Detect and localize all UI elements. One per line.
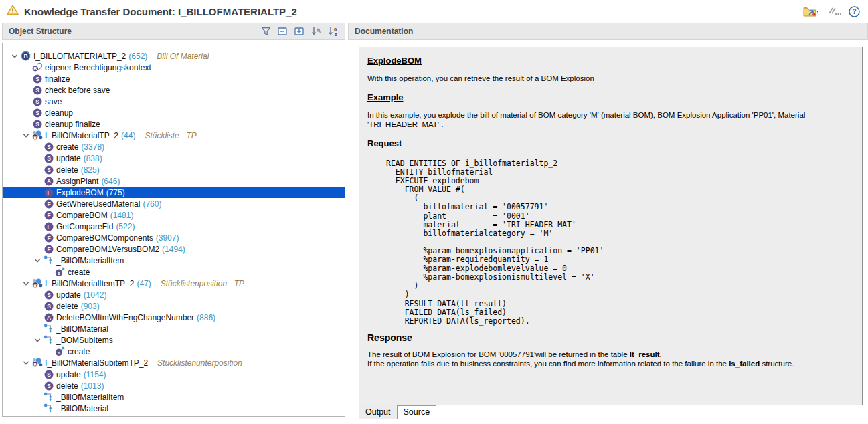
tree-item[interactable]: FGetCompareFld(522)	[3, 221, 345, 232]
tree-item-label: DeleteBOMItmWthEngChangeNumber	[56, 313, 194, 322]
tree-item[interactable]: Screate(3378)	[3, 141, 345, 152]
tree-item[interactable]: _BOMSubItems	[3, 334, 345, 346]
title-bar: Knowledge Transfer Document: I_BILLOFMAT…	[0, 0, 868, 23]
tree-item-count: (1481)	[110, 211, 134, 220]
node-icon: B	[31, 278, 43, 288]
tree-item[interactable]: Supdate(838)	[3, 152, 345, 164]
svg-text:S: S	[35, 87, 39, 94]
svg-text:S: S	[47, 144, 51, 150]
chevron-down-icon[interactable]	[32, 337, 43, 344]
tree-item-label: I_BillOfMaterialItemTP_2	[45, 279, 134, 288]
svg-text:S: S	[35, 110, 39, 116]
tree-item[interactable]: _BillOfMaterialItem	[3, 391, 345, 403]
tree-item[interactable]: BI_BillOfMaterialItemTP_2(47)Stücklisten…	[3, 278, 345, 289]
tree-item[interactable]: Scleanup	[3, 107, 345, 118]
response-line2-text: If the operation fails due to business c…	[367, 360, 729, 368]
tree-item[interactable]: FExplodeBOM(775)	[3, 187, 345, 198]
f-icon: F	[43, 245, 54, 254]
svg-text:B: B	[23, 53, 27, 60]
tree-item-label: _BillOfMaterialItem	[56, 393, 124, 402]
documentation-title: Documentation	[355, 27, 413, 36]
object-structure-tree: BI_BILLOFMATERIALTP_2(652)Bill Of Materi…	[2, 43, 345, 417]
tree-item[interactable]: Ssave	[3, 96, 345, 107]
tree-item[interactable]: AAssignPlant(646)	[3, 175, 345, 187]
help-icon[interactable]: ?	[849, 6, 860, 17]
tree-item[interactable]: BI_BillOfMaterialTP_2(44)Stückliste - TP	[3, 130, 345, 141]
response-text: The result of BOM Explosion for BOM '000…	[367, 350, 853, 368]
tree-item-count: (886)	[197, 313, 215, 322]
tree-item[interactable]: _BillOfMaterial	[3, 323, 345, 334]
tree-item[interactable]: FGetWhereUsedMaterial(760)	[3, 198, 345, 209]
tab-output[interactable]: Output	[359, 405, 398, 419]
f-icon: F	[43, 211, 54, 220]
tree-item[interactable]: FCompareBOM1VersusBOM2(1494)	[3, 243, 345, 255]
tree-item[interactable]: Supdate(1154)	[3, 368, 345, 380]
chevron-down-icon[interactable]	[9, 53, 20, 60]
documentation-tabs: Output Source	[359, 405, 868, 419]
tree-item-count: (3907)	[156, 233, 179, 243]
tree-item[interactable]: BI_BILLOFMATERIALTP_2(652)Bill Of Materi…	[3, 50, 345, 62]
tree-item[interactable]: Sdelete(825)	[3, 164, 345, 175]
tree-item[interactable]: FCompareBOMComponents(3907)	[3, 232, 345, 243]
svg-text:F: F	[47, 235, 50, 241]
s-icon: S	[43, 165, 54, 175]
s-icon: S	[43, 290, 54, 300]
example-text: In this example, you explode the bill of…	[367, 110, 853, 129]
documentation-panel: Documentation ExplodeBOM With this opera…	[348, 23, 868, 421]
response-line1-text: The result of BOM Explosion for BOM '000…	[367, 350, 630, 358]
object-structure-panel: Object Structure az BI_BILLOFMATE	[2, 23, 345, 421]
tree-item-count: (47)	[137, 279, 151, 288]
chevron-down-icon[interactable]	[21, 360, 31, 366]
tree-item[interactable]: BI_BillOfMaterialSubitemTP_2Stücklistenu…	[3, 357, 345, 368]
node-icon: B	[31, 130, 43, 140]
tree-item-count: (44)	[121, 131, 135, 140]
collapse-all-icon[interactable]	[277, 26, 288, 37]
tree-item[interactable]: _BillOfMaterial	[3, 403, 345, 414]
f-icon: F	[43, 199, 54, 209]
chevron-down-icon[interactable]	[21, 280, 31, 287]
chevron-down-icon[interactable]	[32, 257, 43, 264]
tree-item[interactable]: ADeleteBOMItmWthEngChangeNumber(886)	[3, 312, 345, 323]
tree-item[interactable]: Supdate(1042)	[3, 289, 345, 300]
sort-order-icon[interactable]	[311, 26, 321, 37]
sort-az-icon[interactable]: az	[327, 26, 339, 37]
tree-item[interactable]: Beigener Berechtigungskontext	[3, 62, 345, 73]
annotate-icon[interactable]	[827, 7, 841, 16]
tree-item-count: (775)	[106, 188, 125, 197]
tree-item-description: Bill Of Material	[157, 51, 209, 61]
tree-item-count: (838)	[84, 154, 102, 163]
bo-icon: B	[20, 51, 31, 61]
response-line1-post: .	[660, 350, 662, 358]
export-icon[interactable]	[803, 6, 819, 17]
tree-item-label: _BillOfMaterialItem	[56, 256, 124, 266]
tree-item[interactable]: Scheck before save	[3, 84, 345, 96]
tree-item-label: update	[56, 290, 81, 300]
s-icon: S	[31, 97, 43, 106]
svg-text:s: s	[57, 350, 60, 356]
chevron-down-icon[interactable]	[21, 132, 31, 139]
s-icon: S	[43, 381, 54, 391]
svg-text:S: S	[35, 76, 39, 82]
tree-item-label: update	[56, 154, 81, 163]
expand-all-icon[interactable]	[294, 26, 305, 37]
svg-text:S: S	[47, 371, 51, 378]
svg-text:F: F	[47, 246, 50, 253]
s-icon: S	[43, 302, 54, 311]
svg-text:S: S	[47, 155, 51, 162]
tree-item[interactable]: Scleanup finalize	[3, 118, 345, 130]
tree-item-label: GetCompareFld	[56, 222, 113, 231]
s-icon: S	[43, 370, 54, 379]
tree-item[interactable]: Sdelete(903)	[3, 300, 345, 312]
tree-item[interactable]: FCompareBOM(1481)	[3, 209, 345, 221]
tree-item[interactable]: _BillOfMaterialItem	[3, 255, 345, 266]
assoc-icon	[43, 403, 54, 413]
filter-icon[interactable]	[261, 26, 271, 37]
tree-item[interactable]: screate	[3, 266, 345, 278]
tree-item[interactable]: Sfinalize	[3, 73, 345, 84]
svg-text:z: z	[335, 31, 337, 37]
tree-item[interactable]: Sdelete(1013)	[3, 380, 345, 391]
tree-item[interactable]: screate	[3, 346, 345, 357]
tab-source[interactable]: Source	[398, 405, 437, 419]
tree-item-label: save	[45, 97, 62, 106]
f-icon: F	[43, 222, 54, 231]
